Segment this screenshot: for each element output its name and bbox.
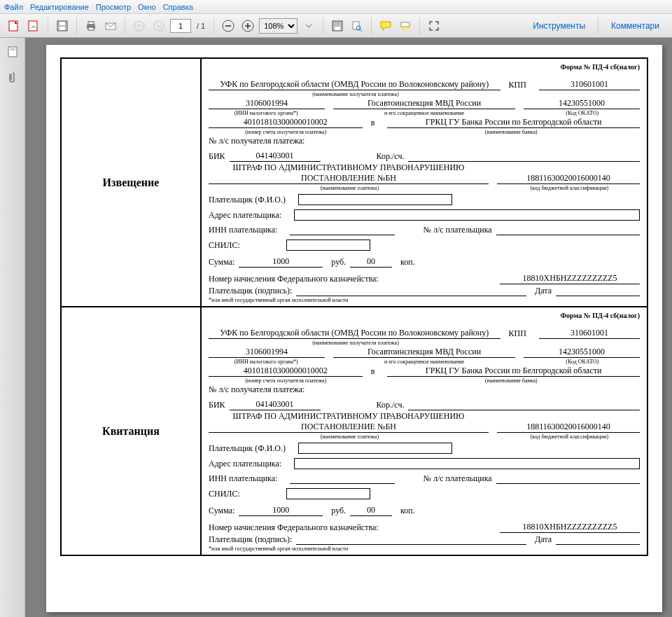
menu-window[interactable]: Окно: [138, 3, 156, 11]
gai-value: Госавтоинспекция МВД России: [333, 347, 515, 358]
kop-value: 00: [350, 256, 392, 268]
gai-caption: и его сокращенное наименование: [332, 110, 516, 116]
gai-caption: и его сокращенное наименование: [332, 359, 516, 365]
kbk-caption: (код бюджетной классификации): [499, 434, 640, 440]
inn-value: 3106001994: [209, 347, 325, 358]
account-value: 40101810300000010002: [209, 366, 363, 377]
svg-line-20: [360, 29, 362, 32]
date-label: Дата: [535, 534, 556, 545]
sign-label: Плательщик (подпись):: [209, 286, 296, 296]
recipient-caption: (наименование получателя платежа): [209, 91, 503, 97]
account-caption: (номер счета получателя платежа): [209, 129, 363, 135]
payment-name-value: ШТРАФ ПО АДМИНИСТРАТИВНОМУ ПРАВОНАРУШЕНИ…: [209, 411, 489, 433]
payer-fio-box: [298, 194, 452, 205]
svg-rect-0: [9, 21, 18, 31]
attachments-icon[interactable]: [4, 69, 21, 85]
svg-rect-6: [88, 22, 94, 25]
okato-value: 14230551000: [524, 347, 640, 358]
pdf-convert-icon[interactable]: [25, 18, 42, 34]
payer-ls-label: № л/с плательщика: [423, 473, 496, 484]
snils-box: [286, 240, 370, 251]
bank-caption: (наименование банка): [383, 129, 640, 135]
menu-help[interactable]: Справка: [163, 3, 193, 11]
footnote: *или иной государственный орган исполнит…: [209, 297, 640, 303]
pdf-create-icon[interactable]: [6, 18, 22, 34]
treasury-label: Номер начисления Федерального казначейст…: [209, 522, 383, 533]
payer-ls-value: [496, 226, 640, 235]
sum-value: 1000: [239, 256, 323, 268]
payer-addr-box: [294, 458, 640, 469]
zoom-select[interactable]: 108%: [259, 18, 298, 34]
payment-caption: (наименование платежа): [209, 434, 491, 440]
recipient-value: УФК по Белгородской области (ОМВД России…: [209, 328, 500, 339]
inn-caption: (ИНН налогового органа*): [209, 110, 323, 116]
kop-label: коп.: [400, 257, 419, 268]
page-down-icon[interactable]: [150, 18, 167, 34]
zoom-dropdown-icon[interactable]: [300, 18, 317, 34]
form-code: Форма № ПД-4 сб(налог): [209, 312, 640, 319]
treasury-label: Номер начисления Федерального казначейст…: [209, 274, 383, 284]
rub-label: руб.: [331, 257, 350, 268]
zoom-out-icon[interactable]: [220, 18, 237, 34]
in-label: в: [371, 118, 379, 128]
document-area[interactable]: Извещение Форма № ПД-4 сб(налог) УФК по …: [25, 38, 672, 617]
date-label: Дата: [535, 286, 556, 296]
comments-button[interactable]: Комментари: [604, 18, 666, 34]
side-panel: [0, 38, 25, 617]
sign-label: Плательщик (подпись):: [209, 534, 296, 545]
form-code: Форма № ПД-4 сб(налог): [209, 63, 640, 71]
treasury-value: 18810ХНБНZZZZZZZZZ5: [500, 522, 640, 533]
page-up-icon[interactable]: [131, 18, 148, 34]
fullscreen-icon[interactable]: [426, 18, 442, 34]
kpp-value: 310601001: [539, 79, 640, 90]
kbk-caption: (код бюджетной классификации): [499, 185, 640, 191]
receipt-title: Квитанция: [62, 307, 202, 555]
bik-label: БИК: [209, 400, 230, 410]
payer-addr-box: [294, 209, 640, 221]
menu-edit[interactable]: Редактирование: [30, 3, 89, 11]
payer-inn-label: ИНН плательщика:: [209, 473, 281, 484]
recipient-caption: (наименование получателя платежа): [209, 340, 503, 346]
receipt-body: Форма № ПД-4 сб(налог) УФК по Белгородск…: [202, 307, 647, 555]
bik-label: БИК: [209, 151, 230, 162]
toolbar: / 1 108% Инструменты Комментари: [0, 14, 672, 38]
zoom-in-icon[interactable]: [239, 18, 256, 34]
svg-rect-23: [10, 48, 15, 50]
mail-icon[interactable]: [102, 18, 119, 34]
pdf-page: Извещение Форма № ПД-4 сб(налог) УФК по …: [46, 45, 662, 612]
payer-addr-label: Адрес плательщика:: [209, 210, 286, 221]
page-number-input[interactable]: [170, 19, 191, 33]
sum-value: 1000: [239, 505, 323, 516]
print-icon[interactable]: [83, 18, 99, 34]
account-value: 40101810300000010002: [209, 117, 363, 128]
menu-file[interactable]: Файл: [4, 3, 23, 11]
kor-label: Кор./сч.: [377, 400, 409, 410]
save-copy-icon[interactable]: [329, 18, 346, 34]
kop-value: 00: [350, 505, 392, 516]
svg-rect-1: [29, 21, 37, 31]
ls-recipient-label: № л/с получателя платежа:: [209, 136, 309, 146]
snils-box: [286, 488, 370, 499]
menu-view[interactable]: Просмотр: [96, 3, 131, 11]
tools-button[interactable]: Инструменты: [526, 18, 592, 34]
menu-bar: Файл Редактирование Просмотр Окно Справк…: [0, 0, 672, 14]
payer-fio-label: Плательщик (Ф.И.О.): [209, 443, 290, 454]
payer-inn-value: [290, 474, 395, 484]
date-value: [556, 286, 640, 296]
highlight-icon[interactable]: [397, 18, 414, 34]
comment-icon[interactable]: [377, 18, 394, 34]
payer-inn-label: ИНН плательщика:: [209, 225, 281, 235]
notice-body: Форма № ПД-4 сб(налог) УФК по Белгородск…: [202, 59, 647, 306]
kor-value: [408, 152, 640, 162]
thumbnails-icon[interactable]: [4, 43, 21, 60]
save-icon[interactable]: [54, 18, 71, 34]
kpp-value: 310601001: [539, 328, 640, 339]
sign-value: [296, 535, 526, 545]
snils-label: СНИЛС:: [209, 240, 244, 251]
payer-addr-label: Адрес плательщика:: [209, 459, 286, 469]
payer-ls-label: № л/с плательщика: [423, 225, 496, 235]
search-icon[interactable]: [349, 18, 365, 34]
page-total-label: / 1: [194, 22, 208, 30]
svg-rect-7: [88, 27, 94, 30]
svg-rect-3: [59, 22, 65, 25]
